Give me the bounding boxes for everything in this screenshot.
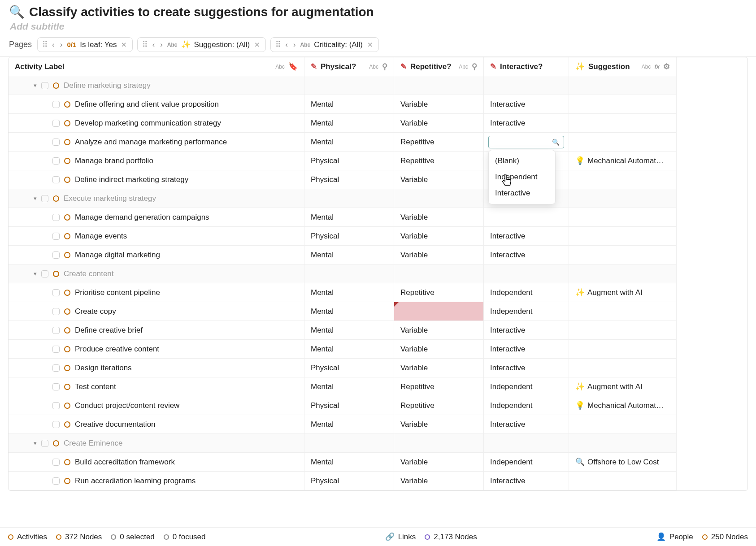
physical-cell[interactable]: Mental bbox=[304, 453, 394, 472]
physical-cell[interactable]: Physical bbox=[304, 396, 394, 415]
interactive-cell[interactable]: 🔍 (Blank)IndependentInteractive bbox=[484, 133, 569, 152]
chevron-right-icon[interactable]: › bbox=[59, 40, 64, 49]
physical-cell[interactable]: Physical bbox=[304, 170, 394, 189]
node-icon[interactable] bbox=[53, 440, 59, 446]
col-activity[interactable]: Activity Label Abc 🔖 bbox=[9, 57, 304, 76]
activity-cell[interactable]: Design iterations bbox=[9, 359, 304, 377]
activity-cell[interactable]: Creative documentation bbox=[9, 415, 304, 434]
row-checkbox[interactable] bbox=[52, 459, 60, 466]
suggestion-cell[interactable]: ✨Augment with AI bbox=[569, 377, 677, 396]
repetitive-cell[interactable]: Variable bbox=[394, 246, 484, 264]
repetitive-cell[interactable]: Variable bbox=[394, 415, 484, 434]
physical-cell[interactable]: Mental bbox=[304, 340, 394, 359]
physical-cell[interactable]: Mental bbox=[304, 114, 394, 133]
suggestion-cell[interactable] bbox=[569, 472, 677, 490]
row-checkbox[interactable] bbox=[52, 383, 60, 390]
physical-cell[interactable]: Mental bbox=[304, 415, 394, 434]
suggestion-cell[interactable] bbox=[569, 359, 677, 377]
activity-cell[interactable]: Develop marketing communication strategy bbox=[9, 114, 304, 133]
row-checkbox[interactable] bbox=[52, 233, 60, 240]
node-icon[interactable] bbox=[64, 214, 70, 221]
interactive-cell[interactable]: Interactive bbox=[484, 114, 569, 133]
grip-icon[interactable]: ⠿ bbox=[142, 40, 148, 49]
repetitive-cell[interactable]: Variable bbox=[394, 359, 484, 377]
activity-cell[interactable]: Manage brand portfolio bbox=[9, 152, 304, 170]
close-icon[interactable]: ✕ bbox=[120, 41, 128, 49]
row-checkbox[interactable] bbox=[52, 402, 60, 409]
row-checkbox[interactable] bbox=[52, 101, 60, 108]
row-checkbox[interactable] bbox=[52, 176, 60, 183]
activity-cell[interactable]: Analyze and manage marketing performance bbox=[9, 133, 304, 152]
physical-cell[interactable]: Mental bbox=[304, 283, 394, 302]
node-icon[interactable] bbox=[64, 252, 70, 258]
interactive-cell[interactable]: Independent bbox=[484, 453, 569, 472]
suggestion-cell[interactable]: 💡Mechanical Automat… bbox=[569, 396, 677, 415]
physical-cell[interactable]: Mental bbox=[304, 321, 394, 340]
activity-cell[interactable]: Run accrediation learning programs bbox=[9, 472, 304, 490]
row-checkbox[interactable] bbox=[52, 477, 60, 485]
row-checkbox[interactable] bbox=[41, 440, 48, 447]
interactive-cell[interactable]: Interactive bbox=[484, 359, 569, 377]
row-checkbox[interactable] bbox=[41, 82, 48, 89]
physical-cell[interactable]: Mental bbox=[304, 133, 394, 152]
dropdown-option[interactable]: Independent bbox=[489, 169, 555, 185]
interactive-cell[interactable]: Interactive bbox=[484, 472, 569, 490]
chevron-down-icon[interactable]: ▾ bbox=[34, 270, 37, 277]
suggestion-cell[interactable]: 🔍Offshore to Low Cost bbox=[569, 453, 677, 472]
node-icon[interactable] bbox=[64, 139, 70, 145]
node-icon[interactable] bbox=[53, 195, 59, 202]
suggestion-cell[interactable] bbox=[569, 170, 677, 189]
interactive-cell[interactable]: Interactive bbox=[484, 227, 569, 246]
activity-cell[interactable]: Manage digital marketing bbox=[9, 246, 304, 264]
close-icon[interactable]: ✕ bbox=[366, 41, 374, 49]
search-icon[interactable]: ⚲ bbox=[382, 62, 387, 71]
chevron-right-icon[interactable]: › bbox=[159, 40, 164, 49]
repetitive-cell[interactable]: Variable bbox=[394, 227, 484, 246]
interactive-cell[interactable] bbox=[484, 208, 569, 227]
repetitive-cell[interactable]: Variable bbox=[394, 453, 484, 472]
chevron-down-icon[interactable]: ▾ bbox=[34, 82, 37, 89]
search-icon[interactable]: 🔍 bbox=[552, 139, 560, 146]
row-checkbox[interactable] bbox=[52, 308, 60, 315]
row-checkbox[interactable] bbox=[52, 251, 60, 259]
row-checkbox[interactable] bbox=[52, 214, 60, 221]
col-suggestion[interactable]: ✨ Suggestion Abc fx ⚙ bbox=[569, 57, 677, 76]
repetitive-cell[interactable] bbox=[394, 302, 484, 321]
interactive-cell[interactable]: Independent bbox=[484, 302, 569, 321]
grip-icon[interactable]: ⠿ bbox=[275, 40, 281, 49]
interactive-cell[interactable]: Interactive bbox=[484, 246, 569, 264]
node-icon[interactable] bbox=[64, 158, 70, 164]
search-icon[interactable]: ⚲ bbox=[472, 62, 477, 71]
activity-cell[interactable]: Conduct project/content review bbox=[9, 396, 304, 415]
col-physical[interactable]: ✎ Physical? Abc ⚲ bbox=[304, 57, 394, 76]
node-icon[interactable] bbox=[64, 346, 70, 352]
chevron-right-icon[interactable]: › bbox=[292, 40, 297, 49]
row-checkbox[interactable] bbox=[52, 346, 60, 353]
repetitive-cell[interactable]: Variable bbox=[394, 472, 484, 490]
grip-icon[interactable]: ⠿ bbox=[42, 40, 48, 49]
interactive-cell[interactable]: Interactive bbox=[484, 95, 569, 114]
group-row[interactable]: ▾ Create Eminence bbox=[9, 434, 304, 453]
physical-cell[interactable]: Physical bbox=[304, 472, 394, 490]
activity-cell[interactable]: Build accreditation framework bbox=[9, 453, 304, 472]
filter-chip[interactable]: ⠿ ‹ ›0/1Is leaf: Yes ✕ bbox=[37, 37, 133, 52]
activity-cell[interactable]: Define creative brief bbox=[9, 321, 304, 340]
activity-cell[interactable]: Create copy bbox=[9, 302, 304, 321]
chevron-left-icon[interactable]: ‹ bbox=[151, 40, 156, 49]
filter-chip[interactable]: ⠿ ‹ ›Abc✨Suggestion: (All) ✕ bbox=[137, 37, 266, 52]
row-checkbox[interactable] bbox=[52, 120, 60, 127]
page-title[interactable]: Classify activities to create suggestion… bbox=[29, 5, 374, 19]
suggestion-cell[interactable] bbox=[569, 340, 677, 359]
physical-cell[interactable]: Mental bbox=[304, 246, 394, 264]
activity-cell[interactable]: Manage events bbox=[9, 227, 304, 246]
row-checkbox[interactable] bbox=[52, 364, 60, 372]
interactive-cell[interactable]: Independent bbox=[484, 396, 569, 415]
physical-cell[interactable]: Mental bbox=[304, 208, 394, 227]
group-row[interactable]: ▾ Define marketing strategy bbox=[9, 76, 304, 95]
repetitive-cell[interactable]: Repetitive bbox=[394, 396, 484, 415]
suggestion-cell[interactable] bbox=[569, 208, 677, 227]
repetitive-cell[interactable]: Repetitive bbox=[394, 133, 484, 152]
physical-cell[interactable]: Physical bbox=[304, 359, 394, 377]
activity-cell[interactable]: Prioritise content pipeline bbox=[9, 283, 304, 302]
node-icon[interactable] bbox=[64, 403, 70, 409]
